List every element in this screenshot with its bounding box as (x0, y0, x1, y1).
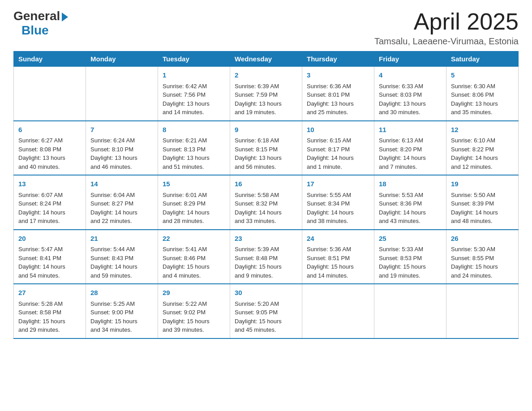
calendar-cell: 13Sunrise: 6:07 AM Sunset: 8:24 PM Dayli… (14, 175, 86, 230)
logo-arrow-icon (62, 13, 68, 21)
day-info: Sunrise: 5:36 AM Sunset: 8:51 PM Dayligh… (307, 245, 369, 280)
calendar-cell: 28Sunrise: 5:25 AM Sunset: 9:00 PM Dayli… (86, 284, 158, 338)
day-number: 20 (18, 234, 81, 244)
calendar-cell: 16Sunrise: 5:58 AM Sunset: 8:32 PM Dayli… (230, 175, 302, 230)
header-friday: Friday (374, 51, 446, 67)
day-number: 11 (379, 125, 442, 135)
day-info: Sunrise: 6:39 AM Sunset: 7:59 PM Dayligh… (235, 82, 297, 117)
day-info: Sunrise: 6:30 AM Sunset: 8:06 PM Dayligh… (451, 82, 514, 117)
day-info: Sunrise: 6:18 AM Sunset: 8:15 PM Dayligh… (235, 136, 297, 171)
calendar-cell: 17Sunrise: 5:55 AM Sunset: 8:34 PM Dayli… (302, 175, 374, 230)
calendar-cell: 1Sunrise: 6:42 AM Sunset: 7:56 PM Daylig… (158, 67, 230, 121)
calendar-cell: 30Sunrise: 5:20 AM Sunset: 9:05 PM Dayli… (230, 284, 302, 338)
day-info: Sunrise: 5:39 AM Sunset: 8:48 PM Dayligh… (235, 245, 297, 280)
day-info: Sunrise: 5:22 AM Sunset: 9:02 PM Dayligh… (163, 300, 225, 334)
calendar-cell: 12Sunrise: 6:10 AM Sunset: 8:22 PM Dayli… (446, 121, 519, 176)
calendar-cell: 24Sunrise: 5:36 AM Sunset: 8:51 PM Dayli… (302, 230, 374, 284)
day-info: Sunrise: 5:30 AM Sunset: 8:55 PM Dayligh… (451, 245, 514, 280)
day-info: Sunrise: 5:20 AM Sunset: 9:05 PM Dayligh… (235, 300, 297, 334)
calendar-cell: 14Sunrise: 6:04 AM Sunset: 8:27 PM Dayli… (86, 175, 158, 230)
day-info: Sunrise: 6:10 AM Sunset: 8:22 PM Dayligh… (451, 136, 514, 171)
calendar-cell: 27Sunrise: 5:28 AM Sunset: 8:58 PM Dayli… (14, 284, 86, 338)
calendar-week-row: 1Sunrise: 6:42 AM Sunset: 7:56 PM Daylig… (14, 67, 519, 121)
calendar-cell: 8Sunrise: 6:21 AM Sunset: 8:13 PM Daylig… (158, 121, 230, 176)
day-number: 3 (307, 70, 369, 81)
calendar-cell (86, 67, 158, 121)
title-section: April 2025 Tamsalu, Laeaene-Virumaa, Est… (374, 9, 519, 47)
day-number: 13 (18, 179, 81, 189)
calendar-cell: 9Sunrise: 6:18 AM Sunset: 8:15 PM Daylig… (230, 121, 302, 176)
day-number: 18 (379, 179, 442, 189)
day-number: 5 (451, 70, 514, 81)
day-number: 1 (163, 70, 225, 81)
day-number: 2 (235, 70, 297, 81)
calendar-cell (374, 284, 446, 338)
day-info: Sunrise: 5:55 AM Sunset: 8:34 PM Dayligh… (307, 191, 369, 226)
calendar-cell (302, 284, 374, 338)
calendar-cell: 23Sunrise: 5:39 AM Sunset: 8:48 PM Dayli… (230, 230, 302, 284)
day-number: 12 (451, 125, 514, 135)
calendar-cell: 15Sunrise: 6:01 AM Sunset: 8:29 PM Dayli… (158, 175, 230, 230)
month-title: April 2025 (374, 9, 519, 34)
day-number: 25 (379, 234, 442, 244)
day-info: Sunrise: 5:33 AM Sunset: 8:53 PM Dayligh… (379, 245, 442, 280)
header-tuesday: Tuesday (158, 51, 230, 67)
logo: General Blue (13, 9, 68, 38)
calendar-cell: 22Sunrise: 5:41 AM Sunset: 8:46 PM Dayli… (158, 230, 230, 284)
calendar-cell (14, 67, 86, 121)
calendar-cell: 26Sunrise: 5:30 AM Sunset: 8:55 PM Dayli… (446, 230, 519, 284)
calendar-cell: 20Sunrise: 5:47 AM Sunset: 8:41 PM Dayli… (14, 230, 86, 284)
day-number: 9 (235, 125, 297, 135)
header-thursday: Thursday (302, 51, 374, 67)
day-info: Sunrise: 5:44 AM Sunset: 8:43 PM Dayligh… (90, 245, 153, 280)
day-info: Sunrise: 6:36 AM Sunset: 8:01 PM Dayligh… (307, 82, 369, 117)
day-number: 8 (163, 125, 225, 135)
calendar-cell: 3Sunrise: 6:36 AM Sunset: 8:01 PM Daylig… (302, 67, 374, 121)
day-info: Sunrise: 5:47 AM Sunset: 8:41 PM Dayligh… (18, 245, 81, 280)
logo-blue-text: Blue (21, 23, 49, 38)
calendar-table: SundayMondayTuesdayWednesdayThursdayFrid… (13, 51, 519, 339)
day-info: Sunrise: 5:58 AM Sunset: 8:32 PM Dayligh… (235, 191, 297, 226)
calendar-cell: 10Sunrise: 6:15 AM Sunset: 8:17 PM Dayli… (302, 121, 374, 176)
day-info: Sunrise: 6:42 AM Sunset: 7:56 PM Dayligh… (163, 82, 225, 117)
day-info: Sunrise: 6:21 AM Sunset: 8:13 PM Dayligh… (163, 136, 225, 171)
day-number: 17 (307, 179, 369, 189)
calendar-cell: 25Sunrise: 5:33 AM Sunset: 8:53 PM Dayli… (374, 230, 446, 284)
calendar-cell: 11Sunrise: 6:13 AM Sunset: 8:20 PM Dayli… (374, 121, 446, 176)
day-number: 28 (90, 288, 153, 298)
calendar-cell: 2Sunrise: 6:39 AM Sunset: 7:59 PM Daylig… (230, 67, 302, 121)
header-sunday: Sunday (14, 51, 86, 67)
day-number: 10 (307, 125, 369, 135)
day-number: 23 (235, 234, 297, 244)
calendar-cell: 5Sunrise: 6:30 AM Sunset: 8:06 PM Daylig… (446, 67, 519, 121)
day-number: 26 (451, 234, 514, 244)
header-monday: Monday (86, 51, 158, 67)
day-info: Sunrise: 6:27 AM Sunset: 8:08 PM Dayligh… (18, 136, 81, 171)
day-info: Sunrise: 6:15 AM Sunset: 8:17 PM Dayligh… (307, 136, 369, 171)
calendar-cell: 6Sunrise: 6:27 AM Sunset: 8:08 PM Daylig… (14, 121, 86, 176)
day-info: Sunrise: 6:13 AM Sunset: 8:20 PM Dayligh… (379, 136, 442, 171)
calendar-cell: 7Sunrise: 6:24 AM Sunset: 8:10 PM Daylig… (86, 121, 158, 176)
day-number: 27 (18, 288, 81, 298)
header-wednesday: Wednesday (230, 51, 302, 67)
day-info: Sunrise: 5:50 AM Sunset: 8:39 PM Dayligh… (451, 191, 514, 226)
calendar-week-row: 13Sunrise: 6:07 AM Sunset: 8:24 PM Dayli… (14, 175, 519, 230)
day-info: Sunrise: 6:24 AM Sunset: 8:10 PM Dayligh… (90, 136, 153, 171)
page-header: General Blue April 2025 Tamsalu, Laeaene… (13, 9, 519, 47)
day-info: Sunrise: 6:07 AM Sunset: 8:24 PM Dayligh… (18, 191, 81, 226)
calendar-cell: 19Sunrise: 5:50 AM Sunset: 8:39 PM Dayli… (446, 175, 519, 230)
logo-general-text: General (13, 9, 60, 23)
day-info: Sunrise: 6:04 AM Sunset: 8:27 PM Dayligh… (90, 191, 153, 226)
day-number: 22 (163, 234, 225, 244)
day-number: 6 (18, 125, 81, 135)
day-number: 15 (163, 179, 225, 189)
calendar-cell: 21Sunrise: 5:44 AM Sunset: 8:43 PM Dayli… (86, 230, 158, 284)
calendar-cell (446, 284, 519, 338)
calendar-header-row: SundayMondayTuesdayWednesdayThursdayFrid… (14, 51, 519, 67)
day-info: Sunrise: 6:33 AM Sunset: 8:03 PM Dayligh… (379, 82, 442, 117)
day-number: 30 (235, 288, 297, 298)
day-info: Sunrise: 5:53 AM Sunset: 8:36 PM Dayligh… (379, 191, 442, 226)
day-number: 21 (90, 234, 153, 244)
calendar-cell: 18Sunrise: 5:53 AM Sunset: 8:36 PM Dayli… (374, 175, 446, 230)
day-info: Sunrise: 5:28 AM Sunset: 8:58 PM Dayligh… (18, 300, 81, 334)
